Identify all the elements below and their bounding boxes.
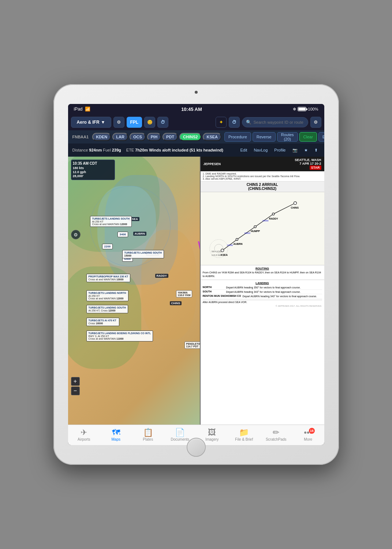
altitude-value: 28,000' xyxy=(73,174,84,178)
clock-button[interactable]: ⏱ xyxy=(157,117,168,128)
waypoint-chins2[interactable]: CHINS2 xyxy=(179,133,201,141)
routes-button[interactable]: Routes (20) xyxy=(277,132,298,142)
plate-type-badge: STAR xyxy=(310,165,321,170)
clear-button[interactable]: Clear xyxy=(299,132,317,142)
tab-airports[interactable]: ✈ Airports xyxy=(68,425,100,445)
etd-button[interactable]: ETD xyxy=(318,132,324,142)
fpl-name: FNBAA1 xyxy=(72,135,89,139)
zoom-controls: + − xyxy=(71,377,80,395)
fuel-flow-value: 12.0 gph xyxy=(73,170,86,174)
plate-header: JEPPESEN SEATTLE, WASH 7 APR 17 20-2 STA… xyxy=(201,157,324,171)
search-icon: 🔍 xyxy=(246,120,251,125)
reverse-button[interactable]: Reverse xyxy=(253,132,276,142)
camera-button[interactable]: 📷 xyxy=(290,145,300,155)
tab-maps[interactable]: 🗺 Maps xyxy=(100,425,132,445)
share-button[interactable]: ⬆ xyxy=(312,145,320,155)
settings-button[interactable]: ⚙ xyxy=(113,117,124,128)
more-badge: 16 xyxy=(309,428,315,434)
waypoint-ocs[interactable]: OCS xyxy=(130,133,146,141)
plate-footer-note: After AUBRN proceed direct SEA VOR. xyxy=(203,300,322,303)
search-bar[interactable]: 🔍 xyxy=(242,117,308,127)
ipad-device: iPad 📶 10:45 AM ✻ 100% Aero & IFR ▼ xyxy=(53,84,339,465)
ete-info: ETE 7h20m Winds aloft included (51 kts h… xyxy=(126,148,223,152)
approach-box-4: TURBOJETS LANDING NORTH At 250 KT Cross … xyxy=(86,290,128,301)
approach-box-5: TURBOJETS LANDING SOUTH At 250 KT, Cross… xyxy=(86,305,128,313)
star-button[interactable]: ✦ xyxy=(216,117,227,128)
svg-text:16000: 16000 xyxy=(262,220,269,222)
tab-scratchpads[interactable]: ✏ ScratchPads xyxy=(260,425,292,445)
fpl-button[interactable]: FPL xyxy=(127,117,142,128)
bluetooth-icon: ✻ xyxy=(293,107,296,112)
search-input[interactable] xyxy=(254,120,304,124)
approach-box-7: TURBOJETS LANDING BOEING FLD/KING CO INT… xyxy=(86,330,153,341)
zoom-out-button[interactable]: − xyxy=(71,386,80,395)
map-settings-button[interactable]: ⚙ xyxy=(71,230,81,239)
filebrief-icon: 📁 xyxy=(239,429,249,437)
clock-icon: ⏱ xyxy=(161,120,165,125)
svg-point-2 xyxy=(221,249,224,252)
tab-imagery-label: Imagery xyxy=(205,437,219,441)
procedure-button[interactable]: Procedure xyxy=(224,132,251,142)
map-container[interactable]: ✈ 10:35 AM CDT 180 kts 12.0 gph 28,000' xyxy=(68,157,324,425)
plate-notes: 1. DME and RADAR required. 2. Landing NO… xyxy=(201,171,324,182)
waypoint-label-aubrn: AUBRN xyxy=(133,232,147,236)
plate-overlay: JEPPESEN SEATTLE, WASH 7 APR 17 20-2 STA… xyxy=(200,157,324,425)
landing-row-north: NORTH Depart AUBRN heading 350° for vect… xyxy=(203,285,322,290)
favorite-button[interactable]: ★ xyxy=(302,145,310,155)
plate-copyright: © JEPPESEN 2017. ALL RIGHTS RESERVED. xyxy=(203,305,322,307)
tab-airports-label: Airports xyxy=(78,437,90,441)
map-type-label: Aero & IFR xyxy=(77,120,100,125)
landing-row-south: SOUTH Depart AUBRN heading 343° for vect… xyxy=(203,290,322,294)
tab-maps-label: Maps xyxy=(112,437,120,441)
globe-icon: 😊 xyxy=(147,120,153,125)
distance-info: Distance 924nm Fuel 239g xyxy=(72,148,121,152)
maps-icon: 🗺 xyxy=(112,429,120,437)
waypoint-pdt[interactable]: PDT xyxy=(163,133,178,141)
waypoint-label-chins: CHINS xyxy=(170,301,182,305)
waypoint-kden[interactable]: KDEN xyxy=(92,133,111,141)
zoom-in-button[interactable]: + xyxy=(71,377,80,386)
svg-text:RADDY: RADDY xyxy=(269,217,278,220)
landing-row-renton: RENTON MUN SNOHOMISH CO Depart AUBRN hea… xyxy=(203,294,322,299)
imagery-icon: 🖼 xyxy=(208,429,216,437)
ipad-label: iPad xyxy=(74,107,83,112)
edit-button[interactable]: Edit xyxy=(238,145,249,155)
tab-filebrief-label: File & Brief xyxy=(235,437,253,441)
battery-indicator xyxy=(298,107,306,111)
approach-box-3: PROP/TURBOPROP MAX 230 KT Cross at and M… xyxy=(86,274,131,282)
alt-3400: 3400 xyxy=(117,232,128,237)
svg-point-6 xyxy=(294,202,296,205)
search-gear-icon: ⚙ xyxy=(314,120,318,125)
plate-landing-box: LANDING NORTH Depart AUBRN heading 350° … xyxy=(201,280,324,309)
tab-documents-label: Documents xyxy=(171,437,189,441)
waypoint-label-raddy: RADDY xyxy=(155,274,168,278)
home-button[interactable] xyxy=(187,438,206,457)
svg-text:HUMPP: HUMPP xyxy=(251,230,260,232)
map-type-selector[interactable]: Aero & IFR ▼ xyxy=(71,117,111,128)
star-icon: ✦ xyxy=(219,120,223,125)
alt-2200: 2200 xyxy=(102,244,113,249)
nav-bar: Aero & IFR ▼ ⚙ FPL 😊 ⏱ ✦ xyxy=(68,114,324,130)
navlog-button[interactable]: NavLog xyxy=(251,145,270,155)
flight-plan-bar: FNBAA1 KDEN LAR OCS PIH PDT CHINS2 KSEA … xyxy=(68,130,324,143)
waypoint-lar[interactable]: LAR xyxy=(112,133,128,141)
dropdown-arrow: ▼ xyxy=(101,120,105,125)
tab-filebrief[interactable]: 📁 File & Brief xyxy=(228,425,260,445)
plate-title: CHINS 2 ARRIVAL (CHINS.CHINS2) xyxy=(201,182,324,192)
history-button[interactable]: ⏱ xyxy=(229,117,240,128)
tab-scratchpads-label: ScratchPads xyxy=(266,437,287,441)
airports-icon: ✈ xyxy=(81,429,87,437)
search-settings-button[interactable]: ⚙ xyxy=(310,117,321,128)
globe-button[interactable]: 😊 xyxy=(144,117,155,128)
tab-plates[interactable]: 📋 Plates xyxy=(132,425,164,445)
svg-point-3 xyxy=(236,238,238,240)
tab-more[interactable]: ••• More 16 xyxy=(292,425,324,445)
time-display: 10:35 AM CDT xyxy=(73,161,113,165)
scratchpads-icon: ✏ xyxy=(273,429,279,437)
gear-icon: ⚙ xyxy=(117,120,121,125)
profile-button[interactable]: Profile xyxy=(272,145,288,155)
waypoint-pih[interactable]: PIH xyxy=(147,133,161,141)
approach-box-6: TURBOJETS At 470 KT Cross 16000 xyxy=(86,318,119,326)
waypoint-ksea[interactable]: KSEA xyxy=(203,133,221,141)
map-background: ✈ 10:35 AM CDT 180 kts 12.0 gph 28,000' xyxy=(68,157,324,425)
